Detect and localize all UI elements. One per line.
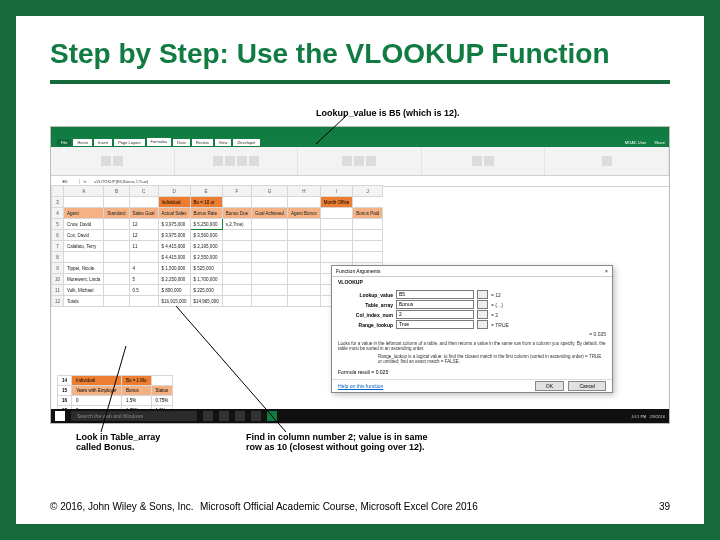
excel-titlebar <box>51 127 669 137</box>
col-header-row: A B C D E F G H I J <box>52 186 383 197</box>
tab-developer[interactable]: Developer <box>233 139 259 146</box>
dialog-equals: = 0.025 <box>338 331 606 337</box>
taskbar-icon[interactable] <box>235 411 245 421</box>
dialog-description: Looks for a value in the leftmost column… <box>338 341 606 352</box>
function-arguments-dialog: Function Arguments × VLOOKUP Lookup_valu… <box>331 265 613 393</box>
header-row: 4 Agent Standard Sales Goal Actual Sales… <box>52 208 383 219</box>
clock-time: 4:11 PM <box>632 414 647 419</box>
taskbar-icon[interactable] <box>219 411 229 421</box>
table-array-input[interactable]: Bonus <box>396 300 474 309</box>
tab-view[interactable]: View <box>215 139 232 146</box>
dialog-arg-description: Range_lookup is a logical value: to find… <box>338 354 606 365</box>
arg-result: = TRUE <box>491 322 509 328</box>
cancel-button[interactable]: Cancel <box>568 381 606 391</box>
share-button[interactable]: Share <box>654 140 669 145</box>
excel-screenshot: File Home Insert Page Layout Formulas Da… <box>50 126 670 424</box>
ribbon <box>51 147 669 176</box>
table-row[interactable]: 8$ 4,415,000$ 2,550,000 <box>52 252 383 263</box>
signin-label[interactable]: MOAC User <box>625 140 653 145</box>
arg-label: Range_lookup <box>338 322 393 328</box>
worksheet-grid[interactable]: A B C D E F G H I J 3 Individual <box>51 185 669 423</box>
title-underline <box>50 80 670 84</box>
arg-label: Col_index_num <box>338 312 393 318</box>
table-row[interactable]: 6Cox, David12$ 3,975,000$ 3,560,000 <box>52 230 383 241</box>
ribbon-tabs: File Home Insert Page Layout Formulas Da… <box>51 137 669 147</box>
tab-pagelayout[interactable]: Page Layout <box>114 139 144 146</box>
close-icon[interactable]: × <box>605 268 608 274</box>
arg-label: Lookup_value <box>338 292 393 298</box>
name-box[interactable]: E5 <box>51 179 80 184</box>
ok-button[interactable]: OK <box>535 381 564 391</box>
callout-top: Lookup_value is B5 (which is 12). <box>316 108 460 118</box>
table-row[interactable]: 5 Crow, David 12 $ 3,975,000 $ 5,250,000… <box>52 219 383 230</box>
arg-label: Table_array <box>338 302 393 308</box>
col-index-input[interactable]: 2 <box>396 310 474 319</box>
arg-result: = 12 <box>491 292 501 298</box>
result-value: 0.025 <box>376 369 389 375</box>
copyright: © 2016, John Wiley & Sons, Inc. <box>50 501 200 512</box>
section-header-row: 3 Individual Bo = 10 or Month Office <box>52 197 383 208</box>
tab-home[interactable]: Home <box>73 139 92 146</box>
excel-taskbar-icon[interactable] <box>267 411 277 421</box>
tab-data[interactable]: Data <box>173 139 189 146</box>
help-link[interactable]: Help on this function <box>338 383 383 389</box>
clock-date: 2/9/2016 <box>649 414 665 419</box>
dialog-title: Function Arguments <box>336 268 380 274</box>
arg-result: = {...} <box>491 302 503 308</box>
lookup-value-input[interactable]: B5 <box>396 290 474 299</box>
ref-icon[interactable] <box>477 300 488 309</box>
callout-bottom-left: Look in Table_array called Bonus. <box>76 432 160 453</box>
callout-bottom-right: Find in column number 2; value is in sam… <box>246 432 428 453</box>
fx-icon[interactable]: fx <box>80 179 90 184</box>
start-icon[interactable] <box>55 411 65 421</box>
table-row[interactable]: 7Calafato, Terry11$ 4,415,000$ 2,195,000 <box>52 241 383 252</box>
windows-taskbar: Search the web and Windows 4:11 PM 2/9/2… <box>51 409 669 423</box>
tab-file[interactable]: File <box>57 139 71 146</box>
formula-text[interactable]: =VLOOKUP(B5,Bonus,2,True) <box>90 179 669 184</box>
arg-result: = 2 <box>491 312 498 318</box>
page-number: 39 <box>640 501 670 512</box>
slide-title: Step by Step: Use the VLOOKUP Function <box>16 16 704 76</box>
ref-icon[interactable] <box>477 320 488 329</box>
taskbar-icon[interactable] <box>251 411 261 421</box>
taskbar-icon[interactable] <box>203 411 213 421</box>
table-row[interactable]: 1601.5%0.75% <box>58 396 173 406</box>
tab-formulas[interactable]: Formulas <box>147 138 172 146</box>
tab-review[interactable]: Review <box>192 139 213 146</box>
ref-icon[interactable] <box>477 310 488 319</box>
taskbar-search[interactable]: Search the web and Windows <box>71 411 197 421</box>
result-label: Formula result = <box>338 369 374 375</box>
range-lookup-input[interactable]: True <box>396 320 474 329</box>
dialog-function-name: VLOOKUP <box>332 277 612 287</box>
slide-footer: © 2016, John Wiley & Sons, Inc. Microsof… <box>50 501 670 512</box>
course-name: Microsoft Official Academic Course, Micr… <box>200 501 640 512</box>
tab-insert[interactable]: Insert <box>94 139 112 146</box>
ref-icon[interactable] <box>477 290 488 299</box>
